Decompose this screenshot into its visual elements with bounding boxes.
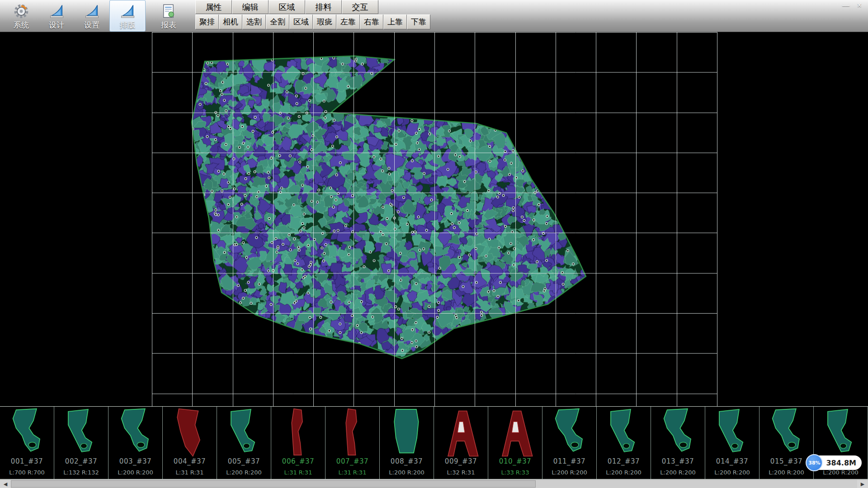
scrollbar-track[interactable] bbox=[11, 480, 857, 488]
menu-tab-3[interactable]: 区域 bbox=[269, 0, 305, 14]
tool-button-10[interactable]: 下靠 bbox=[407, 14, 430, 29]
application-window: 系统设计设置排版报表 属性编辑区域排料交互 聚排相机选割全割区域瑕疵左靠右靠上靠… bbox=[0, 0, 868, 488]
ribbon-button-label: 设置 bbox=[84, 21, 99, 29]
piece-thumbnail-004_#37[interactable]: 004_#37L:31 R:31 bbox=[163, 407, 217, 479]
tool-button-6[interactable]: 瑕疵 bbox=[313, 14, 336, 29]
tool-button-5[interactable]: 区域 bbox=[289, 14, 313, 29]
ribbon-button-design[interactable]: 设计 bbox=[39, 0, 74, 32]
piece-thumbnail-007_#37[interactable]: 007_#37L:31 R:31 bbox=[326, 407, 380, 479]
piece-id-label: 015_#37 bbox=[760, 457, 813, 465]
nesting-icon bbox=[119, 3, 136, 20]
piece-thumbnail-012_#37[interactable]: 012_#37L:200 R:200 bbox=[597, 407, 651, 479]
tool-button-row: 聚排相机选割全割区域瑕疵左靠右靠上靠下靠 bbox=[195, 14, 430, 29]
piece-lr-label: L:200 R:200 bbox=[108, 469, 162, 476]
piece-lr-label: L:200 R:200 bbox=[651, 469, 705, 476]
report-icon bbox=[160, 3, 177, 20]
close-button[interactable]: × bbox=[853, 0, 866, 10]
nesting-canvas-area[interactable] bbox=[0, 32, 868, 406]
piece-id-label: 013_#37 bbox=[651, 457, 705, 465]
menu-tab-1[interactable]: 属性 bbox=[195, 0, 232, 14]
tool-button-1[interactable]: 聚排 bbox=[195, 14, 219, 29]
ribbon-button-system[interactable]: 系统 bbox=[4, 0, 39, 32]
ribbon-button-nesting[interactable]: 排版 bbox=[109, 0, 146, 32]
ribbon-button-label: 排版 bbox=[120, 21, 135, 29]
menu-tab-5[interactable]: 交互 bbox=[342, 0, 378, 14]
piece-thumbnail-006_#37[interactable]: 006_#37L:31 R:31 bbox=[271, 407, 326, 479]
piece-thumbnail-002_#37[interactable]: 002_#37L:132 R:132 bbox=[54, 407, 108, 479]
ribbon-button-label: 系统 bbox=[14, 21, 29, 29]
tool-button-3[interactable]: 选割 bbox=[242, 14, 266, 29]
piece-thumbnail-001_#37[interactable]: 001_#37L:700 R:700 bbox=[0, 407, 54, 479]
minimize-button[interactable]: — bbox=[839, 0, 853, 10]
tool-button-7[interactable]: 左靠 bbox=[336, 14, 360, 29]
ribbon-button-group: 系统设计设置排版报表 bbox=[0, 0, 186, 32]
horizontal-scrollbar[interactable]: ◀ ▶ bbox=[0, 479, 868, 488]
piece-id-label: 002_#37 bbox=[54, 457, 108, 465]
piece-lr-label: L:200 R:200 bbox=[217, 469, 271, 476]
ribbon-button-label: 报表 bbox=[161, 21, 176, 29]
piece-lr-label: L:200 R:200 bbox=[597, 469, 651, 476]
piece-id-label: 014_#37 bbox=[705, 457, 759, 465]
settings-icon bbox=[83, 3, 100, 20]
piece-lr-label: L:31 R:31 bbox=[163, 469, 217, 476]
piece-thumbnail-013_#37[interactable]: 013_#37L:200 R:200 bbox=[651, 407, 705, 479]
tool-button-4[interactable]: 全割 bbox=[266, 14, 289, 29]
piece-thumbnail-003_#37[interactable]: 003_#37L:200 R:200 bbox=[108, 407, 163, 479]
ribbon-button-report[interactable]: 报表 bbox=[151, 0, 186, 32]
piece-thumbnail-014_#37[interactable]: 014_#37L:200 R:200 bbox=[705, 407, 760, 479]
piece-thumbnail-010_#37[interactable]: 010_#37L:33 R:33 bbox=[488, 407, 542, 479]
piece-lr-label: L:200 R:200 bbox=[760, 469, 813, 476]
main-toolbar: 系统设计设置排版报表 属性编辑区域排料交互 聚排相机选割全割区域瑕疵左靠右靠上靠… bbox=[0, 0, 868, 32]
scrollbar-thumb[interactable] bbox=[11, 480, 536, 488]
ribbon-button-setup[interactable]: 设置 bbox=[74, 0, 109, 32]
piece-lr-label: L:32 R:31 bbox=[434, 469, 488, 476]
progress-badge: 38% bbox=[806, 454, 823, 471]
piece-lr-label: L:132 R:132 bbox=[54, 469, 108, 476]
ribbon-button-label: 设计 bbox=[49, 21, 64, 29]
piece-id-label: 006_#37 bbox=[271, 457, 325, 465]
menu-tab-row: 属性编辑区域排料交互 bbox=[195, 0, 430, 14]
design-icon bbox=[48, 3, 65, 20]
memory-status: 38% 384.8M bbox=[806, 455, 862, 470]
piece-lr-label: L:31 R:31 bbox=[271, 469, 325, 476]
piece-thumbnail-011_#37[interactable]: 011_#37L:200 R:200 bbox=[542, 407, 597, 479]
piece-lr-label: L:200 R:200 bbox=[542, 469, 596, 476]
piece-thumbnail-015_#37[interactable]: 015_#37L:200 R:200 bbox=[760, 407, 814, 479]
window-controls: — × bbox=[839, 0, 866, 10]
menu-tab-2[interactable]: 编辑 bbox=[232, 0, 269, 14]
piece-id-label: 009_#37 bbox=[434, 457, 488, 465]
piece-thumbnail-009_#37[interactable]: 009_#37L:32 R:31 bbox=[434, 407, 488, 479]
tool-button-2[interactable]: 相机 bbox=[219, 14, 242, 29]
scroll-left-arrow[interactable]: ◀ bbox=[0, 480, 11, 488]
piece-lr-label: L:31 R:31 bbox=[326, 469, 379, 476]
piece-id-label: 011_#37 bbox=[542, 457, 596, 465]
piece-id-label: 008_#37 bbox=[380, 457, 434, 465]
piece-id-label: 012_#37 bbox=[597, 457, 651, 465]
piece-id-label: 007_#37 bbox=[326, 457, 379, 465]
nesting-canvas[interactable] bbox=[0, 32, 868, 406]
gear-icon bbox=[13, 3, 30, 20]
menu-tab-4[interactable]: 排料 bbox=[305, 0, 342, 14]
tool-button-9[interactable]: 上靠 bbox=[383, 14, 407, 29]
piece-lr-label: L:200 R:200 bbox=[814, 469, 868, 476]
piece-lr-label: L:200 R:200 bbox=[705, 469, 759, 476]
scroll-right-arrow[interactable]: ▶ bbox=[857, 480, 868, 488]
memory-value: 384.8M bbox=[826, 459, 856, 467]
piece-id-label: 010_#37 bbox=[488, 457, 542, 465]
piece-id-label: 005_#37 bbox=[217, 457, 271, 465]
piece-lr-label: L:200 R:200 bbox=[380, 469, 434, 476]
piece-id-label: 001_#37 bbox=[0, 457, 54, 465]
tool-button-8[interactable]: 右靠 bbox=[360, 14, 383, 29]
piece-lr-label: L:700 R:700 bbox=[0, 469, 54, 476]
piece-thumbnail-008_#37[interactable]: 008_#37L:200 R:200 bbox=[380, 407, 434, 479]
piece-id-label: 004_#37 bbox=[163, 457, 217, 465]
menu-area: 属性编辑区域排料交互 聚排相机选割全割区域瑕疵左靠右靠上靠下靠 bbox=[195, 0, 430, 32]
piece-thumbnail-005_#37[interactable]: 005_#37L:200 R:200 bbox=[217, 407, 271, 479]
piece-id-label: 003_#37 bbox=[108, 457, 162, 465]
piece-lr-label: L:33 R:33 bbox=[488, 469, 542, 476]
piece-thumbnail-strip: 001_#37L:700 R:700002_#37L:132 R:132003_… bbox=[0, 406, 868, 479]
